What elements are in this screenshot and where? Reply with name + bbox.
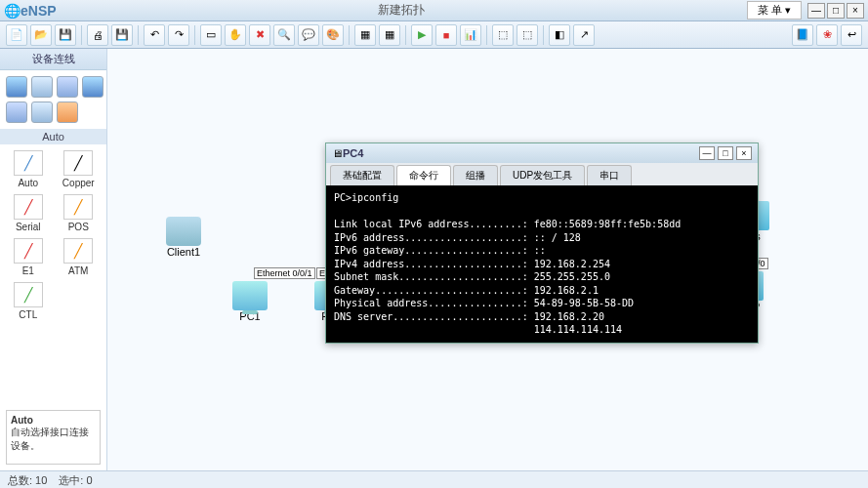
device-wlan[interactable] (57, 76, 78, 98)
term-tab-4[interactable]: 串口 (587, 165, 632, 185)
status-selected: 选中: 0 (59, 473, 92, 486)
term-maximize-button[interactable]: □ (718, 146, 733, 160)
terminal-icon: 🖥 (332, 147, 343, 159)
huawei-icon[interactable]: ❀ (816, 24, 838, 46)
text-icon[interactable]: 💬 (298, 24, 319, 46)
node-client1[interactable]: Client1 (166, 217, 201, 258)
status-total: 总数: 10 (8, 473, 47, 486)
minimize-button[interactable]: — (807, 3, 825, 19)
help-icon[interactable]: 📘 (792, 24, 813, 46)
sidebar-header: 设备连线 (0, 49, 106, 70)
info-box: Auto 自动选择接口连接设备。 (6, 410, 101, 465)
save-icon[interactable]: 💾 (55, 24, 76, 46)
window-title: 新建拓扑 (57, 2, 747, 19)
toolbar: 📄 📂 💾 🖨 💾 ↶ ↷ ▭ ✋ ✖ 🔍 💬 🎨 ▦ ▦ ▶ ■ 📊 ⬚ ⬚ … (0, 21, 868, 49)
zoom-icon[interactable]: 🔍 (273, 24, 295, 46)
hand-icon[interactable]: ✋ (225, 24, 246, 46)
term-tab-2[interactable]: 组播 (453, 165, 498, 185)
maximize-button[interactable]: □ (827, 3, 845, 19)
terminal-window[interactable]: 🖥 PC4 — □ × 基础配置命令行组播UDP发包工具串口 PC>ipconf… (325, 142, 759, 344)
start-icon[interactable]: ▶ (411, 24, 433, 46)
conn-auto[interactable]: ╱ (14, 150, 43, 176)
sidebar: 设备连线 Auto ╱Auto╱Copper╱Serial╱POS╱E1╱ATM… (0, 49, 107, 470)
print-icon[interactable]: 🖨 (87, 24, 108, 46)
exit-icon[interactable]: ↩ (841, 24, 862, 46)
statusbar: 总数: 10 选中: 0 (0, 470, 868, 488)
device-cloud[interactable] (31, 102, 53, 123)
term-minimize-button[interactable]: — (699, 146, 715, 160)
conn-ctl[interactable]: ╱ (14, 282, 43, 307)
device-firewall[interactable] (82, 76, 103, 98)
delete-icon[interactable]: ✖ (249, 24, 270, 46)
menu-button[interactable]: 菜 单 ▾ (747, 1, 802, 20)
undo-icon[interactable]: ↶ (144, 24, 165, 46)
open-icon[interactable]: 📂 (30, 24, 52, 46)
tool3-icon[interactable]: ◧ (549, 24, 570, 46)
grid1-icon[interactable]: ▦ (354, 24, 376, 46)
redo-icon[interactable]: ↷ (168, 24, 189, 46)
grid2-icon[interactable]: ▦ (379, 24, 400, 46)
conn-pos[interactable]: ╱ (63, 194, 93, 220)
terminal-title: PC4 (343, 147, 696, 159)
app-logo: 🌐eNSP (4, 3, 57, 19)
tool1-icon[interactable]: ⬚ (492, 24, 514, 46)
device-switch[interactable] (31, 76, 53, 98)
auto-label: Auto (0, 129, 106, 144)
node-pc1[interactable]: PC1 (232, 281, 268, 322)
close-button[interactable]: × (847, 3, 864, 19)
term-tab-0[interactable]: 基础配置 (330, 165, 394, 185)
device-conn[interactable] (57, 102, 78, 123)
conn-e1[interactable]: ╱ (14, 238, 43, 264)
term-tab-3[interactable]: UDP发包工具 (500, 165, 585, 185)
terminal-body[interactable]: PC>ipconfig Link local IPv6 address.....… (326, 185, 758, 343)
palette-icon[interactable]: 🎨 (322, 24, 344, 46)
device-router[interactable] (6, 76, 27, 98)
conn-atm[interactable]: ╱ (63, 238, 93, 264)
device-pc[interactable] (6, 102, 27, 123)
save2-icon[interactable]: 💾 (111, 24, 133, 46)
capture-icon[interactable]: 📊 (460, 24, 481, 46)
term-tab-1[interactable]: 命令行 (396, 165, 451, 185)
term-close-button[interactable]: × (736, 146, 752, 160)
conn-copper[interactable]: ╱ (63, 150, 93, 176)
canvas[interactable]: Client1 PC1 PC2 PC3 PC4 dns HTTP Etherne… (107, 49, 868, 470)
port-label: Ethernet 0/0/1 (254, 267, 315, 279)
pointer-icon[interactable]: ▭ (200, 24, 222, 46)
conn-serial[interactable]: ╱ (14, 194, 43, 220)
tool4-icon[interactable]: ↗ (573, 24, 595, 46)
tool2-icon[interactable]: ⬚ (517, 24, 538, 46)
stop-icon[interactable]: ■ (435, 24, 457, 46)
new-icon[interactable]: 📄 (6, 24, 27, 46)
